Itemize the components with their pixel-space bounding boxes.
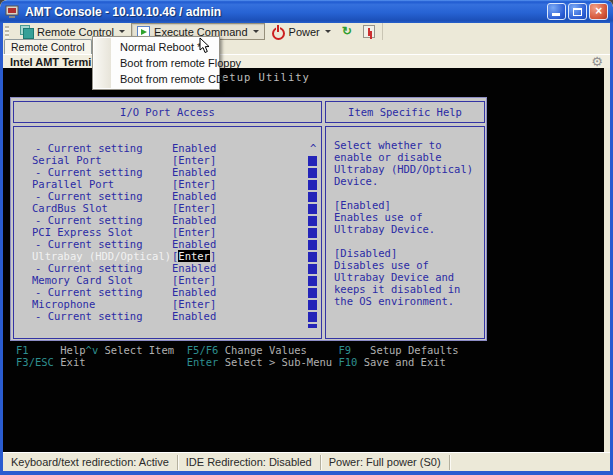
bios-help-line: [Disabled] [334, 247, 484, 259]
bios-setting-row[interactable]: Parallel Port[Enter] [14, 178, 321, 190]
bios-key: F10 [338, 356, 357, 368]
bios-setting-row[interactable]: Microphone[Enter] [14, 298, 321, 310]
bios-key-desc: Setup Defaults [351, 344, 458, 356]
key-help-row-2: F3/ESC Exit Enter Select > Sub-Menu F10 … [16, 356, 446, 368]
bios-key-desc: Select Item [98, 344, 187, 356]
bios-key: Enter [187, 356, 219, 368]
bios-setting-row[interactable]: - Current settingEnabled [14, 214, 321, 226]
bios-key-desc: Save and Exit [357, 356, 446, 368]
bios-setting-label: Serial Port [32, 154, 102, 166]
bios-setting-row[interactable]: - Current settingEnabled [14, 238, 321, 250]
bios-setting-row[interactable]: Serial Port[Enter] [14, 154, 321, 166]
status-section: Power: Full power (S0) [321, 455, 450, 470]
bios-rows-container: - Current settingEnabledSerial Port[Ente… [14, 142, 321, 322]
bios-help-line: enable or disable [334, 151, 484, 163]
tab-remote-control[interactable]: Remote Control [4, 39, 92, 54]
bios-setting-row[interactable]: - Current settingEnabled [14, 310, 321, 322]
bios-setting-label: - Current setting [35, 166, 142, 178]
bios-setting-value: Enabled [172, 142, 216, 154]
bios-setting-value: [Enter] [172, 226, 216, 238]
window-border-bottom [0, 471, 613, 475]
bios-setting-row[interactable]: CardBus Slot[Enter] [14, 202, 321, 214]
bios-setting-row[interactable]: PCI Express Slot[Enter] [14, 226, 321, 238]
bios-setting-row[interactable]: - Current settingEnabled [14, 166, 321, 178]
remote-control-icon [19, 25, 33, 38]
thermometer-button[interactable] [359, 23, 379, 40]
bios-setting-label: - Current setting [35, 190, 142, 202]
bios-setting-row[interactable]: Memory Card Slot[Enter] [14, 274, 321, 286]
bios-setting-value: [Enter] [172, 250, 216, 262]
bios-selected-value: Enter [178, 250, 210, 262]
bios-key: ^v [86, 344, 99, 356]
dropdown-arrow-icon [119, 30, 125, 33]
bios-help-line: Ultrabay Device and [334, 271, 484, 283]
bios-key: F1 [16, 344, 60, 356]
bios-key: F9 [338, 344, 351, 356]
bios-setting-label: Ultrabay (HDD/Optical) [32, 250, 171, 262]
close-icon [590, 4, 607, 19]
bios-left-title: I/O Port Access [14, 102, 321, 122]
bios-key-desc: Exit [60, 356, 85, 368]
bios-setting-row[interactable]: - Current settingEnabled [14, 286, 321, 298]
bios-setting-value: Enabled [172, 262, 216, 274]
bios-setting-row[interactable]: - Current settingEnabled [14, 190, 321, 202]
bios-setting-value: [Enter] [172, 298, 216, 310]
bios-setting-value: Enabled [172, 214, 216, 226]
bios-setting-value: Enabled [172, 166, 216, 178]
bios-help-line: Disables use of [334, 259, 484, 271]
bios-key-desc: Change Values [218, 344, 338, 356]
window-title: AMT Console - 10.10.10.46 / admin [25, 5, 545, 19]
power-button[interactable]: Power [265, 23, 337, 40]
bios-help-line: [Enabled] [334, 199, 484, 211]
bios-setting-value: Enabled [172, 238, 216, 250]
bios-right-panel-header: Item Specific Help [325, 101, 485, 123]
bios-setting-label: PCI Express Slot [32, 226, 133, 238]
gear-icon[interactable] [591, 55, 603, 68]
bios-key-desc: Help [60, 344, 85, 356]
bios-help-line [334, 235, 484, 247]
bios-help-panel: Select whether toenable or disableUltrab… [325, 126, 485, 339]
bios-setting-label: - Current setting [35, 142, 142, 154]
bios-panel: I/O Port Access Item Specific Help ^ - C… [10, 97, 487, 341]
bios-help-line [334, 187, 484, 199]
toolbar-grip-handle[interactable] [5, 26, 9, 38]
power-icon [271, 25, 285, 38]
menu-item-boot-from-remote-floppy[interactable]: Boot from remote Floppy [94, 55, 218, 71]
bios-setting-value: [Enter] [172, 154, 216, 166]
close-button[interactable] [589, 3, 608, 20]
bios-top-line: etup Utility [222, 71, 310, 83]
bios-help-line: Select whether to [334, 139, 484, 151]
bios-setting-row[interactable]: - Current settingEnabled [14, 142, 321, 154]
bios-key: F5/F6 [187, 344, 219, 356]
key-help-row-1: F1 Help^v Select Item F5/F6 Change Value… [16, 344, 459, 356]
minimize-icon [552, 13, 560, 16]
dropdown-arrow-icon [325, 30, 331, 33]
status-section: Keyboard/text redirection: Active [3, 455, 178, 470]
refresh-button[interactable] [337, 23, 359, 40]
bios-help-line: the OS environment. [334, 295, 484, 307]
bios-setting-label: Memory Card Slot [32, 274, 133, 286]
bios-setting-label: CardBus Slot [32, 202, 108, 214]
bios-help-line: Device. [334, 175, 484, 187]
titlebar[interactable]: AMT Console - 10.10.10.46 / admin [0, 0, 613, 23]
bios-setting-label: - Current setting [35, 310, 142, 322]
minimize-button[interactable] [547, 3, 566, 20]
terminal-screen: etup Utility I/O Port Access Item Specif… [3, 68, 604, 452]
dropdown-arrow-icon [253, 30, 259, 33]
bios-setting-label: - Current setting [35, 286, 142, 298]
bios-setting-label: Microphone [32, 298, 95, 310]
bios-setting-value: Enabled [172, 190, 216, 202]
bios-setting-row[interactable]: Ultrabay (HDD/Optical)[Enter] [14, 250, 321, 262]
menu-item-boot-from-remote-cd[interactable]: Boot from remote CD [94, 71, 218, 87]
bios-setting-row[interactable]: - Current settingEnabled [14, 262, 321, 274]
maximize-icon [573, 8, 582, 16]
bios-setting-value: Enabled [172, 286, 216, 298]
bios-setting-label: - Current setting [35, 238, 142, 250]
thermometer-icon [363, 25, 375, 38]
bios-settings-list: ^ - Current settingEnabledSerial Port[En… [13, 126, 322, 339]
app-icon [5, 5, 20, 19]
maximize-button[interactable] [568, 3, 587, 20]
refresh-icon [341, 25, 355, 38]
window-border-left [0, 23, 3, 475]
status-section: IDE Redirection: Disabled [178, 455, 321, 470]
